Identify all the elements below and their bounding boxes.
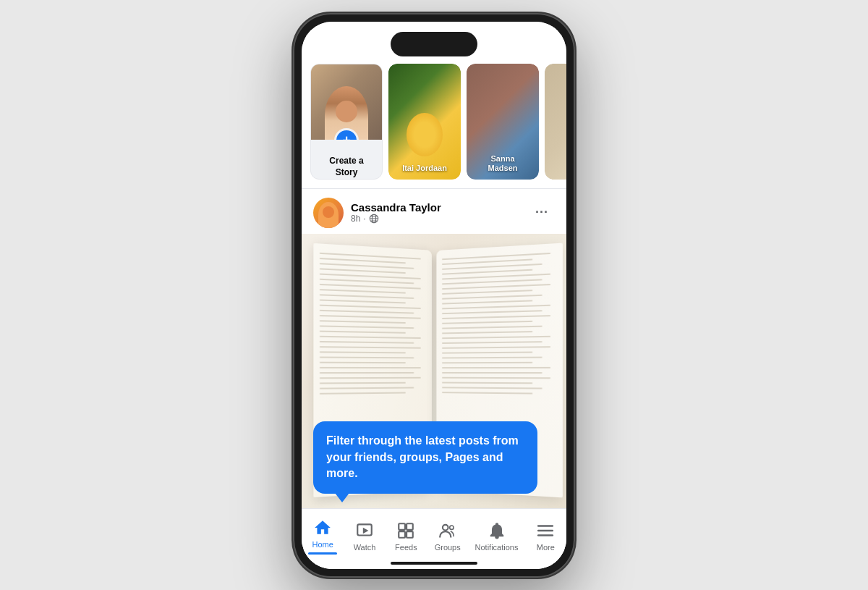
nav-item-notifications[interactable]: Notifications xyxy=(469,518,524,555)
nav-item-watch[interactable]: Watch xyxy=(345,518,385,555)
notifications-icon xyxy=(487,521,507,541)
post-image: Filter through the latest posts from you… xyxy=(302,234,566,508)
page-line xyxy=(442,382,532,384)
page-line xyxy=(320,347,421,350)
page-line xyxy=(320,352,406,354)
page-line xyxy=(320,377,421,379)
page-line xyxy=(320,362,406,363)
more-icon xyxy=(535,521,556,541)
story-card-itai[interactable]: Itai Jordaan xyxy=(388,64,461,180)
page-line xyxy=(442,367,550,368)
story-label-itai: Itai Jordaan xyxy=(388,164,461,173)
nav-items: Home Watch xyxy=(302,515,566,557)
story-label-sanna: SannaMadsen xyxy=(467,154,539,173)
feeds-icon-svg xyxy=(396,521,415,540)
page-line xyxy=(442,377,550,379)
svg-rect-10 xyxy=(407,531,413,538)
nav-item-groups[interactable]: Groups xyxy=(427,518,467,555)
post-user-info: Cassandra Taylor 8h · xyxy=(313,198,441,228)
page-line xyxy=(442,305,550,310)
nav-item-feeds[interactable]: Feeds xyxy=(386,518,426,555)
watch-icon-svg xyxy=(355,521,374,540)
svg-point-12 xyxy=(449,525,453,528)
home-icon xyxy=(312,518,333,538)
page-line xyxy=(320,310,414,314)
svg-point-11 xyxy=(443,524,448,530)
groups-icon-svg xyxy=(438,521,457,540)
story-image-sanna: SannaMadsen xyxy=(467,64,539,180)
tooltip-callout: Filter through the latest posts from you… xyxy=(313,421,537,493)
create-story-card[interactable]: + Create a Story xyxy=(310,64,383,180)
svg-rect-7 xyxy=(399,523,406,530)
nav-item-home[interactable]: Home xyxy=(302,515,343,557)
story-card-sanna[interactable]: SannaMadsen xyxy=(467,64,539,180)
page-line xyxy=(320,392,406,395)
page-line xyxy=(320,331,406,334)
page-line xyxy=(320,295,414,300)
page-line xyxy=(320,269,406,274)
page-line xyxy=(320,300,406,304)
nav-label-watch: Watch xyxy=(354,543,376,552)
stories-row: + Create a Story Itai Jordaan xyxy=(302,64,566,180)
page-line xyxy=(320,357,414,359)
page-line xyxy=(320,290,406,295)
post-avatar[interactable] xyxy=(313,198,344,228)
page-line xyxy=(442,352,532,354)
page-line xyxy=(320,367,421,368)
page-line xyxy=(442,357,542,359)
page-line xyxy=(320,387,414,389)
story-image-eitan: EitanYama xyxy=(545,64,566,180)
page-line xyxy=(442,253,550,260)
page-line xyxy=(320,321,406,324)
nav-label-groups: Groups xyxy=(435,543,461,552)
post-username[interactable]: Cassandra Taylor xyxy=(351,201,441,214)
page-line xyxy=(442,362,532,363)
page-line xyxy=(320,372,414,374)
screen-content: + Create a Story Itai Jordaan xyxy=(302,22,566,569)
page-line xyxy=(320,336,421,339)
groups-icon xyxy=(438,521,458,541)
post-meta: 8h · xyxy=(351,214,441,224)
more-icon-svg xyxy=(536,521,555,540)
svg-marker-6 xyxy=(363,527,369,534)
nav-item-more[interactable]: More xyxy=(526,518,566,555)
page-line xyxy=(442,316,550,320)
post-user-details: Cassandra Taylor 8h · xyxy=(351,201,441,224)
page-line xyxy=(320,305,421,309)
page-line xyxy=(442,290,532,295)
nav-label-notifications: Notifications xyxy=(475,543,519,552)
svg-rect-8 xyxy=(407,523,413,530)
nav-label-feeds: Feeds xyxy=(395,543,417,552)
page-line xyxy=(442,332,532,334)
story-image-itai: Itai Jordaan xyxy=(388,64,461,180)
page-line xyxy=(442,342,542,345)
page-line xyxy=(320,326,414,329)
post-header: Cassandra Taylor 8h · xyxy=(302,189,566,234)
page-line xyxy=(320,382,406,384)
create-story-image: + xyxy=(311,64,382,140)
feeds-icon xyxy=(396,521,416,541)
page-line xyxy=(442,321,532,324)
phone-frame: + Create a Story Itai Jordaan xyxy=(293,13,575,578)
story-card-eitan[interactable]: EitanYama xyxy=(545,64,566,180)
story-label-eitan: EitanYama xyxy=(545,154,566,173)
page-line xyxy=(442,392,532,395)
plus-icon: + xyxy=(342,133,351,140)
page-line xyxy=(442,311,542,315)
page-line xyxy=(442,284,550,290)
nav-label-more: More xyxy=(537,543,555,552)
page-line xyxy=(442,372,542,374)
svg-rect-9 xyxy=(399,531,406,538)
post-more-button[interactable]: ··· xyxy=(529,200,555,226)
page-line xyxy=(320,315,421,319)
globe-icon xyxy=(369,214,379,224)
page-line xyxy=(320,341,414,344)
bottom-nav: Home Watch xyxy=(302,508,566,569)
home-icon-svg xyxy=(313,518,332,537)
feed-section: Cassandra Taylor 8h · xyxy=(302,189,566,569)
nav-label-home: Home xyxy=(312,540,333,549)
page-line xyxy=(442,295,542,300)
home-indicator xyxy=(391,562,477,565)
phone-wrapper: + Create a Story Itai Jordaan xyxy=(282,0,586,590)
page-line xyxy=(442,326,542,329)
